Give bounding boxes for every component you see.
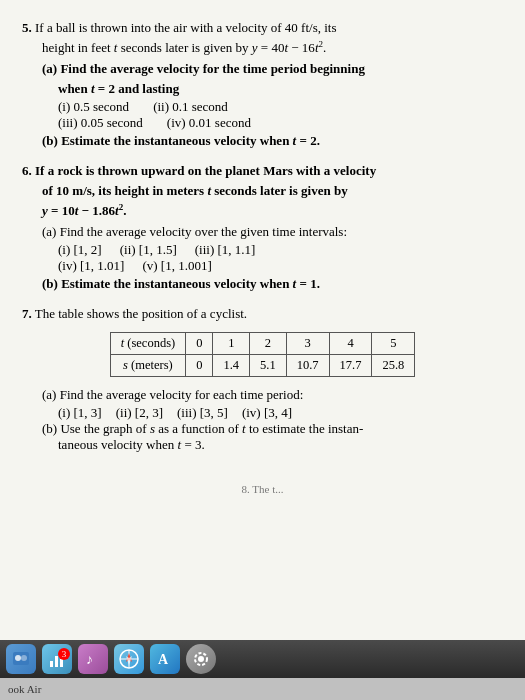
problem-5-items: (i) 0.5 second (ii) 0.1 second [58, 99, 503, 115]
notification-badge: 3 [58, 648, 70, 660]
problem-7-item-i: (i) [1, 3] [58, 405, 102, 421]
table-header-row: t (seconds) 0 1 2 3 4 5 [110, 333, 415, 355]
settings-svg [192, 650, 210, 668]
problem-7-number: 7. [22, 306, 32, 321]
problem-7-item-ii: (ii) [2, 3] [116, 405, 163, 421]
problem-7-partb: (b) Use the graph of s as a function of … [42, 421, 503, 453]
problem-7-parta-label: (a) Find the average velocity for each t… [42, 385, 503, 405]
problem-5-parta-label: (a) Find the average velocity for the ti… [42, 59, 503, 79]
problem-6-partb: (b) Estimate the instantaneous velocity … [42, 274, 503, 294]
table-data-row: s (meters) 0 1.4 5.1 10.7 17.7 25.8 [110, 355, 415, 377]
svg-point-2 [21, 655, 27, 661]
problem-5-item-i: (i) 0.5 second [58, 99, 129, 115]
svg-rect-3 [50, 661, 53, 667]
svg-text:♪: ♪ [86, 652, 93, 667]
problem-6-item-iv: (iv) [1, 1.01] [58, 258, 124, 274]
col-s-0: 0 [186, 355, 213, 377]
col-3-header: 3 [286, 333, 329, 355]
problem-6-items-2: (iv) [1, 1.01] (v) [1, 1.001] [58, 258, 503, 274]
problem-6-item-ii: (ii) [1, 1.5] [120, 242, 177, 258]
more-content-hint: 8. The t... [22, 483, 503, 495]
problem-5-item-iv: (iv) 0.01 second [167, 115, 251, 131]
problem-5: 5. If a ball is thrown into the air with… [22, 18, 503, 151]
col-s-4: 17.7 [329, 355, 372, 377]
svg-text:A: A [158, 652, 169, 667]
problem-7-items: (i) [1, 3] (ii) [2, 3] (iii) [3, 5] (iv)… [58, 405, 503, 421]
problem-5-items-2: (iii) 0.05 second (iv) 0.01 second [58, 115, 503, 131]
problem-6: 6. If a rock is thrown upward on the pla… [22, 161, 503, 294]
svg-point-13 [198, 656, 204, 662]
problem-5-intro: 5. If a ball is thrown into the air with… [22, 18, 503, 38]
svg-point-1 [15, 655, 21, 661]
finder-icon-wrap [6, 644, 36, 674]
col-2-header: 2 [250, 333, 287, 355]
music-svg: ♪ [83, 649, 103, 669]
problem-7: 7. The table shows the position of a cyc… [22, 304, 503, 453]
problem-7-item-iv: (iv) [3, 4] [242, 405, 292, 421]
problem-5-line2: height in feet t seconds later is given … [42, 38, 503, 58]
settings-icon[interactable] [186, 644, 216, 674]
problem-5-item-ii: (ii) 0.1 second [153, 99, 228, 115]
taskbar: 3 ♪ A [0, 640, 525, 678]
problem-5-number: 5. [22, 20, 32, 35]
problem-6-item-v: (v) [1, 1.001] [142, 258, 211, 274]
bar-chart-icon-wrap: 3 [42, 644, 72, 674]
col-0-header: 0 [186, 333, 213, 355]
finder-icon[interactable] [6, 644, 36, 674]
safari-svg [118, 648, 140, 670]
col-s-1: 1.4 [213, 355, 250, 377]
svg-rect-4 [55, 656, 58, 667]
problem-6-item-iii: (iii) [1, 1.1] [195, 242, 256, 258]
col-1-header: 1 [213, 333, 250, 355]
problem-5-when-lasting: when t = 2 and lasting [58, 79, 503, 99]
col-4-header: 4 [329, 333, 372, 355]
col-s-5: 25.8 [372, 355, 415, 377]
bottom-bar: ook Air [0, 678, 525, 700]
col-5-header: 5 [372, 333, 415, 355]
fade-overlay [22, 463, 503, 481]
problem-6-items: (i) [1, 2] (ii) [1, 1.5] (iii) [1, 1.1] [58, 242, 503, 258]
problem-7-intro: 7. The table shows the position of a cyc… [22, 304, 503, 324]
col-s-label: s (meters) [110, 355, 186, 377]
problem-5-item-iii: (iii) 0.05 second [58, 115, 143, 131]
music-icon[interactable]: ♪ [78, 644, 108, 674]
problem-6-formula: y = 10t − 1.86t2. [42, 201, 503, 221]
problem-6-line2: of 10 m/s, its height in meters t second… [42, 181, 503, 201]
problem-7-item-iii: (iii) [3, 5] [177, 405, 228, 421]
problem-7-table: t (seconds) 0 1 2 3 4 5 s (meters) 0 1.4… [22, 332, 503, 377]
problem-6-number: 6. [22, 163, 32, 178]
col-t-header: t (seconds) [110, 333, 186, 355]
problem-6-parta-label: (a) Find the average velocity over the g… [42, 222, 503, 242]
bottom-bar-label: ook Air [8, 683, 41, 695]
cyclist-table: t (seconds) 0 1 2 3 4 5 s (meters) 0 1.4… [110, 332, 416, 377]
col-s-3: 10.7 [286, 355, 329, 377]
appstore-svg: A [155, 649, 175, 669]
page-content: 5. If a ball is thrown into the air with… [0, 0, 525, 640]
safari-icon[interactable] [114, 644, 144, 674]
problem-5-partb: (b) Estimate the instantaneous velocity … [42, 131, 503, 151]
appstore-icon[interactable]: A [150, 644, 180, 674]
finder-svg [11, 649, 31, 669]
problem-6-intro: 6. If a rock is thrown upward on the pla… [22, 161, 503, 181]
col-s-2: 5.1 [250, 355, 287, 377]
problem-6-item-i: (i) [1, 2] [58, 242, 102, 258]
